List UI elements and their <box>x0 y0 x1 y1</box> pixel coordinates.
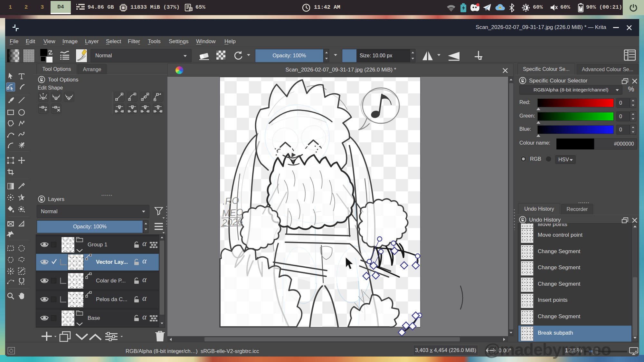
svg-text:.RO: .RO <box>222 195 240 207</box>
